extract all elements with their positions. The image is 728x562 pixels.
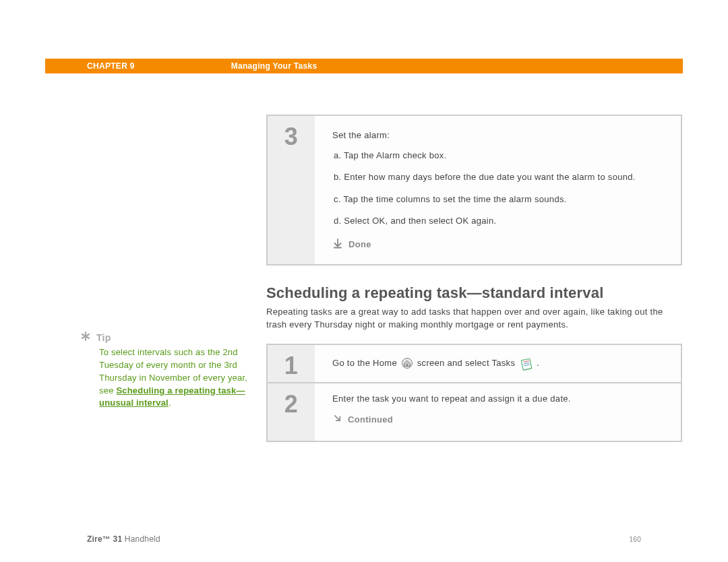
step-3c: c. Tap the time columns to set the time … bbox=[332, 193, 666, 206]
svg-rect-7 bbox=[521, 359, 532, 371]
step-2-content: Enter the task you want to repeat and as… bbox=[315, 383, 681, 441]
svg-line-11 bbox=[335, 416, 340, 421]
section-paragraph: Repeating tasks are a great way to add t… bbox=[266, 306, 682, 332]
footer-brand: Zire™ 31 Handheld bbox=[87, 534, 160, 544]
continued-label: Continued bbox=[348, 414, 393, 426]
diagonal-arrow-icon bbox=[332, 413, 342, 427]
main-content: 3 Set the alarm: a. Tap the Alarm check … bbox=[266, 115, 682, 450]
step-1-content: Go to the Home screen and select Tasks bbox=[315, 345, 681, 382]
chapter-title: Managing Your Tasks bbox=[231, 61, 317, 71]
tip-link[interactable]: Scheduling a repeating task—unusual inte… bbox=[99, 385, 245, 408]
step-2-text: Enter the task you want to repeat and as… bbox=[332, 393, 666, 405]
steps-1-2-frame: 1 Go to the Home screen and select Tasks bbox=[266, 344, 682, 442]
tip-heading: Tip bbox=[80, 331, 249, 344]
step-number-2: 2 bbox=[268, 383, 315, 441]
continued-indicator: Continued bbox=[332, 413, 666, 427]
page-footer: Zire™ 31 Handheld 160 bbox=[45, 534, 683, 544]
section-heading: Scheduling a repeating task—standard int… bbox=[266, 284, 682, 302]
step-1-mid: screen and select Tasks bbox=[417, 358, 518, 368]
step-3a: a. Tap the Alarm check box. bbox=[332, 150, 666, 162]
footer-brand-bold: Zire™ 31 bbox=[87, 534, 122, 544]
home-icon bbox=[401, 357, 413, 369]
step-number-1: 1 bbox=[268, 345, 315, 382]
tip-label: Tip bbox=[96, 332, 111, 343]
page-number: 160 bbox=[629, 536, 641, 543]
down-arrow-icon bbox=[332, 238, 343, 252]
step-1-after: . bbox=[537, 358, 539, 368]
tasks-icon bbox=[519, 357, 533, 369]
step-number-3: 3 bbox=[268, 116, 315, 264]
step-1-before: Go to the Home bbox=[332, 358, 400, 368]
footer-brand-rest: Handheld bbox=[122, 534, 160, 544]
tip-sidebar: Tip To select intervals such as the 2nd … bbox=[80, 331, 249, 410]
step-3d: d. Select OK, and then select OK again. bbox=[332, 215, 666, 227]
step-3-frame: 3 Set the alarm: a. Tap the Alarm check … bbox=[266, 115, 682, 266]
step-3-intro: Set the alarm: bbox=[332, 129, 666, 142]
asterisk-icon bbox=[80, 331, 91, 344]
svg-rect-6 bbox=[406, 364, 408, 367]
step-3b: b. Enter how many days before the due da… bbox=[332, 171, 666, 183]
chapter-label: CHAPTER 9 bbox=[87, 61, 135, 71]
chapter-header: CHAPTER 9 Managing Your Tasks bbox=[45, 59, 683, 73]
step-3-content: Set the alarm: a. Tap the Alarm check bo… bbox=[315, 116, 681, 264]
done-indicator: Done bbox=[332, 238, 666, 252]
done-label: Done bbox=[348, 239, 371, 251]
tip-body: To select intervals such as the 2nd Tues… bbox=[99, 346, 249, 410]
